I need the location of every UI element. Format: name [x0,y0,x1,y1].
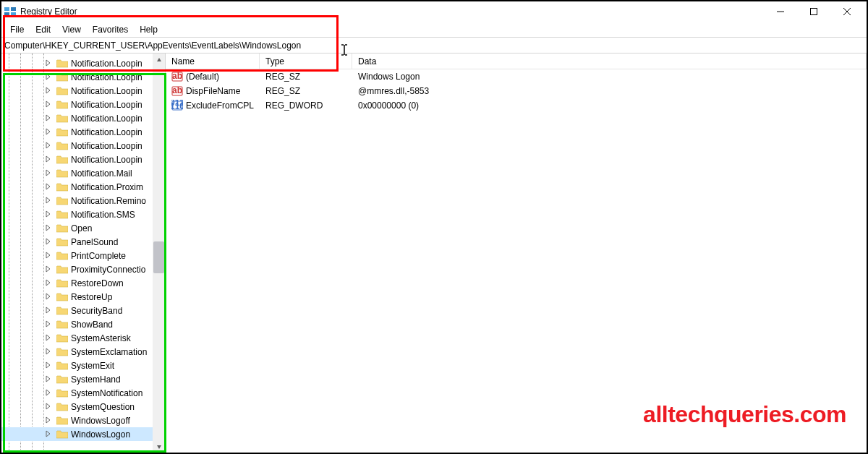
tree-item[interactable]: Notification.Loopin [1,56,165,70]
folder-icon [56,361,68,370]
expand-icon[interactable] [45,334,52,341]
folder-icon [56,307,68,315]
folder-icon [56,389,68,398]
expand-icon[interactable] [45,183,52,190]
minimize-button[interactable] [764,1,797,22]
value-data: Windows Logon [358,72,420,82]
column-type[interactable]: Type [260,53,352,69]
scroll-down-icon[interactable] [153,440,165,453]
expand-icon[interactable] [45,73,52,80]
expand-icon[interactable] [45,279,52,286]
tree-item[interactable]: RestoreDown [1,276,165,290]
value-type-icon: ab [171,71,183,82]
expand-icon[interactable] [45,114,52,121]
tree-item[interactable]: Notification.Loopin [1,153,165,166]
tree-item[interactable]: Open [1,221,165,235]
folder-icon [56,320,68,329]
expand-icon[interactable] [45,348,52,355]
scroll-up-icon[interactable] [153,53,165,66]
expand-icon[interactable] [45,293,52,300]
tree-item[interactable]: ShowBand [1,317,165,331]
tree-item[interactable]: Notification.Loopin [1,111,165,125]
svg-rect-0 [4,7,9,11]
expand-icon[interactable] [45,87,52,94]
svg-marker-33 [46,403,50,409]
expand-icon[interactable] [45,265,52,273]
tree-item[interactable]: SystemExclamation [1,345,165,359]
tree-item[interactable]: SystemExit [1,359,165,372]
tree-item[interactable]: SecurityBand [1,304,165,317]
svg-marker-26 [46,307,50,313]
tree-item[interactable]: Notification.Loopin [1,70,165,84]
expand-icon[interactable] [45,389,52,396]
tree-item[interactable]: ProximityConnectio [1,262,165,276]
value-type: REG_SZ [265,86,300,96]
expand-icon[interactable] [45,59,52,67]
tree-item[interactable]: WindowsLogoff [1,414,165,427]
tree-item-label: PrintComplete [71,251,126,261]
folder-icon [56,375,68,384]
expand-icon[interactable] [45,197,52,204]
scroll-thumb[interactable] [153,241,164,273]
expand-icon[interactable] [45,361,52,369]
tree-item[interactable]: SystemQuestion [1,400,165,414]
tree-item[interactable]: WindowsLogon [1,427,165,441]
list-panel[interactable]: Name Type Data ab(Default)REG_SZWindows … [166,53,867,453]
tree-item[interactable]: PanelSound [1,235,165,249]
folder-icon [56,279,68,288]
expand-icon[interactable] [45,169,52,176]
tree-item[interactable]: SystemNotification [1,386,165,400]
svg-rect-1 [11,7,16,11]
tree-panel[interactable]: Notification.LoopinNotification.LoopinNo… [1,53,166,453]
value-type: REG_DWORD [265,100,323,111]
list-row[interactable]: abDispFileNameREG_SZ@mmres.dll,-5853 [166,84,867,98]
expand-icon[interactable] [45,155,52,163]
expand-icon[interactable] [45,307,52,314]
menu-help[interactable]: Help [134,23,163,36]
expand-icon[interactable] [45,403,52,410]
tree-item[interactable]: Notification.Loopin [1,139,165,153]
expand-icon[interactable] [45,210,52,218]
column-data[interactable]: Data [352,53,867,69]
svg-marker-18 [46,197,50,203]
tree-item[interactable]: Notification.Proxim [1,180,165,194]
tree-item[interactable]: Notification.Loopin [1,125,165,139]
list-row[interactable]: ab(Default)REG_SZWindows Logon [166,69,867,84]
expand-icon[interactable] [45,100,52,108]
expand-icon[interactable] [45,416,52,424]
expand-icon[interactable] [45,142,52,149]
expand-icon[interactable] [45,238,52,245]
tree-item[interactable]: Notification.Loopin [1,84,165,98]
tree-scrollbar[interactable] [153,53,165,453]
tree-item[interactable]: Notification.Loopin [1,98,165,111]
menu-edit[interactable]: Edit [30,23,56,36]
menu-file[interactable]: File [4,23,30,36]
maximize-button[interactable] [797,1,830,22]
tree-item[interactable]: RestoreUp [1,290,165,304]
address-bar[interactable] [1,38,867,53]
column-name[interactable]: Name [166,53,260,69]
folder-icon [56,169,68,178]
tree-item-label: Notification.Loopin [71,155,142,165]
tree-item[interactable]: Notification.Mail [1,166,165,180]
expand-icon[interactable] [45,252,52,259]
tree-item[interactable]: PrintComplete [1,249,165,262]
svg-marker-35 [46,431,50,437]
expand-icon[interactable] [45,128,52,135]
svg-marker-17 [46,184,50,189]
menu-favorites[interactable]: Favorites [87,23,134,36]
close-button[interactable] [830,1,864,22]
menu-view[interactable]: View [56,23,87,36]
tree-item[interactable]: SystemAsterisk [1,331,165,345]
folder-icon [56,334,68,343]
tree-item[interactable]: SystemHand [1,372,165,386]
tree-item[interactable]: Notification.Remino [1,194,165,207]
list-row[interactable]: 011110ExcludeFromCPLREG_DWORD0x00000000 … [166,98,867,113]
expand-icon[interactable] [45,430,52,437]
expand-icon[interactable] [45,224,52,231]
address-input[interactable] [4,40,864,51]
value-type-icon: 011110 [171,100,183,111]
expand-icon[interactable] [45,320,52,327]
expand-icon[interactable] [45,375,52,382]
tree-item[interactable]: Notification.SMS [1,207,165,221]
